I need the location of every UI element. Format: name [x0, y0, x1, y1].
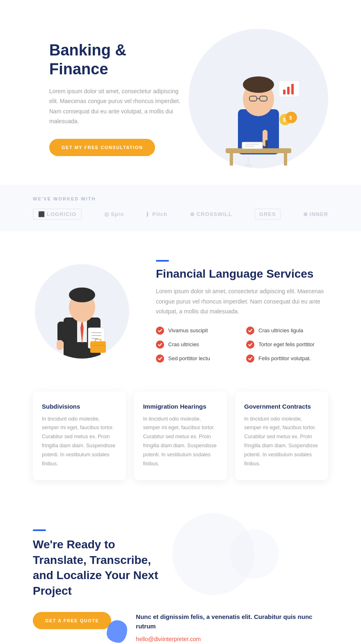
services-content: Financial Language Services Lorem ipsum …: [156, 260, 328, 363]
svg-text:$: $: [289, 115, 292, 121]
brand-spin: ◎ Spin: [104, 211, 124, 217]
banker-svg: $ $: [213, 60, 304, 167]
brand-crosswill: ⊕ CROSSWILL: [190, 211, 232, 217]
feature-6: Felis porttitor volutpat.: [246, 354, 328, 363]
brands-label: WE'VE WORKED WITH: [33, 196, 328, 201]
card-2-text: In tincidunt odio molestie, semper mi eg…: [143, 415, 218, 469]
check-icon-1: [156, 327, 164, 335]
cta-email[interactable]: hello@diviinterpreter.com: [136, 636, 328, 642]
svg-rect-13: [265, 140, 267, 148]
cta-right-col: Nunc et dignissim felis, a venenatis eli…: [136, 612, 328, 644]
svg-point-29: [69, 288, 95, 302]
cta-title: We're Ready to Translate, Transcribe, an…: [33, 537, 164, 599]
svg-rect-8: [284, 153, 287, 166]
card-government: Government Contracts In tincidunt odio m…: [235, 391, 328, 480]
card-3-text: In tincidunt odio molestie, semper mi eg…: [244, 415, 319, 469]
svg-rect-16: [287, 87, 290, 94]
cta-content-row: GET A FREE QUOTE Nunc et dignissim felis…: [33, 612, 328, 644]
feature-text-3: Cras ultricies: [168, 341, 199, 347]
brand-gres: GRES: [255, 209, 281, 220]
hero-text: Banking & Finance Lorem ipsum dolor sit …: [49, 41, 189, 156]
feature-5: Sed porttitor lectu: [156, 354, 238, 363]
hero-image-area: $ $: [189, 29, 328, 168]
cta-accent-bar: [33, 529, 46, 531]
feature-text-5: Sed porttitor lectu: [168, 355, 210, 361]
services-circle-bg: [35, 264, 129, 359]
feature-3: Cras ultricies: [156, 340, 238, 349]
hero-description: Lorem ipsum dolor sit amet, consectetur …: [49, 86, 189, 126]
checkmark-3: [158, 343, 162, 346]
brand-inner: ⊕ INNER: [303, 211, 328, 217]
svg-text:$: $: [283, 117, 286, 123]
feature-text-6: Felis porttitor volutpat.: [258, 355, 311, 361]
card-3-title: Government Contracts: [244, 403, 319, 410]
card-1-text: In tincidunt odio molestie, semper mi eg…: [42, 415, 117, 469]
hero-title: Banking & Finance: [49, 41, 189, 78]
check-icon-4: [246, 340, 254, 349]
blue-blob: [107, 620, 127, 643]
card-2-title: Immigration Hearings: [143, 403, 218, 410]
services-image: [33, 264, 131, 359]
services-title: Financial Language Services: [156, 267, 328, 281]
checkmark-5: [158, 357, 162, 360]
checkmark-6: [248, 357, 252, 360]
svg-rect-9: [242, 142, 263, 149]
brand-logricio: ⬛ LOGRICIO: [33, 209, 82, 220]
check-icon-5: [156, 354, 164, 363]
check-icon-3: [156, 340, 164, 349]
hero-illustration: $ $: [213, 60, 304, 168]
checkmark-2: [248, 329, 252, 332]
card-immigration: Immigration Hearings In tincidunt odio m…: [134, 391, 227, 480]
services-section: Financial Language Services Lorem ipsum …: [0, 231, 361, 383]
feature-4: Tortor eget felis porttitor: [246, 340, 328, 349]
consultation-button[interactable]: GET MY FREE CONSULTATION: [49, 139, 155, 156]
cards-section: Subdivisions In tincidunt odio molestie,…: [0, 383, 361, 505]
interpreter-svg: [49, 276, 115, 359]
svg-rect-15: [283, 90, 286, 94]
cta-tagline: Nunc et dignissim felis, a venenatis eli…: [136, 612, 328, 631]
check-icon-2: [246, 327, 254, 335]
svg-rect-6: [226, 148, 291, 153]
svg-rect-17: [291, 84, 294, 94]
card-subdivisions: Subdivisions In tincidunt odio molestie,…: [33, 391, 126, 480]
brands-logos: ⬛ LOGRICIO ◎ Spin Pitch ⊕ CROSSWILL GRES…: [33, 209, 328, 220]
pitch-icon: [146, 211, 151, 218]
feature-text-2: Cras ultricies ligula: [258, 327, 303, 334]
services-description: Lorem ipsum dolor sit amet, consectetur …: [156, 286, 328, 317]
features-grid: Vivamus suscipit Cras ultricies ligula C…: [156, 327, 328, 363]
check-icon-6: [246, 354, 254, 363]
svg-rect-37: [57, 322, 66, 342]
feature-2: Cras ultricies ligula: [246, 327, 328, 335]
card-1-title: Subdivisions: [42, 403, 117, 410]
cta-left-col: GET A FREE QUOTE: [33, 612, 111, 637]
feature-text-1: Vivamus suscipit: [168, 327, 208, 334]
brand-pitch: Pitch: [146, 211, 167, 218]
cta-section: We're Ready to Translate, Transcribe, an…: [0, 505, 361, 644]
section-accent-bar: [156, 260, 169, 262]
feature-1: Vivamus suscipit: [156, 327, 238, 335]
svg-point-2: [243, 76, 274, 93]
hero-section: Banking & Finance Lorem ipsum dolor sit …: [0, 0, 361, 185]
feature-text-4: Tortor eget felis porttitor: [258, 341, 315, 347]
svg-rect-7: [230, 153, 233, 166]
free-quote-button[interactable]: GET A FREE QUOTE: [33, 612, 111, 629]
cta-deco-circle-2: [230, 529, 279, 579]
svg-rect-38: [57, 340, 63, 350]
checkmark-1: [158, 329, 162, 332]
checkmark-4: [248, 343, 252, 346]
brands-section: WE'VE WORKED WITH ⬛ LOGRICIO ◎ Spin Pitc…: [0, 185, 361, 231]
svg-rect-34: [90, 341, 106, 353]
